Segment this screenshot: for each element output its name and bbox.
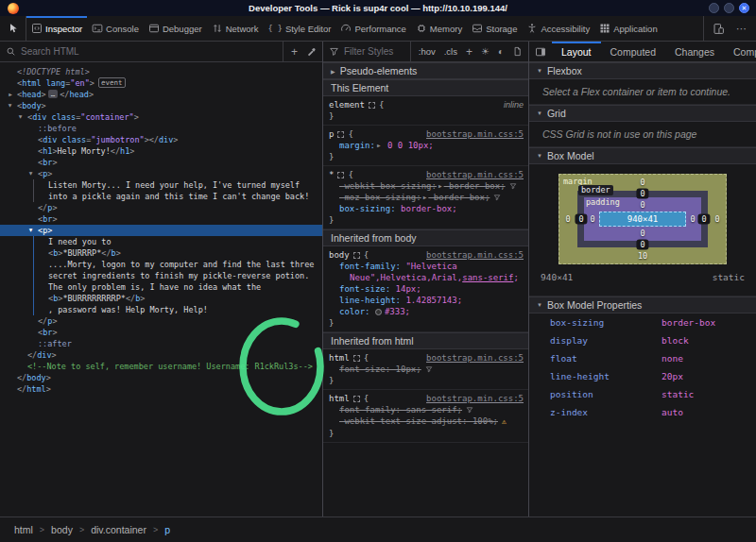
breadcrumb-item-body[interactable]: body	[51, 524, 73, 535]
collapsed-content-badge[interactable]: …	[48, 90, 59, 98]
rule-line[interactable]: }	[323, 317, 528, 329]
tab-memory[interactable]: Memory	[411, 16, 467, 41]
selector-highlighter-icon[interactable]	[369, 102, 375, 109]
tab-inspector[interactable]: Inspector	[26, 16, 87, 41]
expand-shorthand-icon[interactable]: ▶	[438, 180, 442, 192]
markup-line[interactable]: ▶<body>	[0, 100, 322, 111]
markup-line[interactable]: <br>	[0, 213, 322, 225]
markup-line[interactable]: ▶<div class="container">	[0, 111, 322, 123]
sidebar-tab-layout[interactable]: Layout	[552, 42, 601, 61]
rule-line[interactable]: font-family: "Helvetica	[323, 261, 528, 272]
event-badge[interactable]: event	[98, 77, 126, 88]
rule-line[interactable]: html{bootstrap.min.css:5	[323, 352, 528, 364]
rule-line[interactable]: html{bootstrap.min.css:5	[323, 393, 528, 404]
stylesheet-link[interactable]: bootstrap.min.css:5	[426, 169, 524, 180]
collapse-arrow-icon[interactable]: ▶	[26, 227, 37, 234]
tab-storage[interactable]: Storage	[467, 16, 522, 41]
sidebar-toggle-icon[interactable]	[529, 42, 552, 61]
stylesheet-link[interactable]: bootstrap.min.css:5	[426, 249, 524, 261]
border-top-value[interactable]: 0	[636, 189, 648, 199]
box-model-properties-header[interactable]: ▼ Box Model Properties	[529, 296, 756, 313]
property-value[interactable]: border-box	[662, 317, 715, 328]
tab-debugger[interactable]: Debugger	[144, 16, 207, 41]
markup-line[interactable]: <div class="jumbotron"></div>	[0, 134, 322, 145]
close-button[interactable]: ✕	[739, 3, 749, 13]
selector-highlighter-icon[interactable]	[337, 131, 344, 138]
color-swatch[interactable]	[375, 309, 382, 315]
selector-highlighter-icon[interactable]	[353, 396, 360, 402]
markup-line[interactable]: ▶<p>	[0, 168, 322, 179]
padding-bottom-value[interactable]: 0	[640, 229, 644, 238]
grid-section-header[interactable]: ▼ Grid	[529, 105, 756, 122]
markup-line[interactable]: <b>*BURRRRRRRRP*</b>	[0, 293, 322, 304]
rule-line[interactable]: Neue",Helvetica,Arial,sans-serif;	[323, 272, 528, 283]
markup-line[interactable]: </p>	[0, 315, 322, 327]
markup-line[interactable]: Listen Morty... I need your help, I've t…	[0, 179, 322, 191]
property-value[interactable]: 20px	[662, 371, 683, 381]
property-value[interactable]: block	[662, 335, 689, 346]
light-mode-icon[interactable]: ☀	[481, 46, 490, 57]
rules-section-header[interactable]: Inherited from body	[323, 229, 528, 246]
markup-line[interactable]: <h1>Help Morty!</h1>	[0, 145, 322, 157]
markup-line[interactable]: </div>	[0, 349, 322, 361]
rule-line[interactable]: margin:▶ 0 0 10px;	[323, 140, 528, 151]
margin-top-value[interactable]: 0	[640, 178, 644, 187]
breadcrumb-item-html[interactable]: html	[14, 524, 33, 535]
property-value[interactable]: auto	[662, 407, 683, 417]
sidebar-tab-changes[interactable]: Changes	[665, 42, 724, 61]
rule-line[interactable]: *{bootstrap.min.css:5	[323, 169, 528, 180]
rule-line[interactable]: box-sizing: border-box;	[323, 203, 528, 214]
pseudo-class-toggle[interactable]: :hov	[419, 46, 436, 57]
border-right-value[interactable]: 0	[697, 214, 710, 225]
padding-left-value[interactable]: 0	[590, 214, 594, 224]
overridden-filter-icon[interactable]	[490, 193, 501, 202]
markup-line[interactable]: ▶<head>…</head>	[0, 89, 322, 100]
rules-section-header[interactable]: This Element	[323, 79, 528, 96]
rule-line[interactable]: }	[323, 110, 528, 122]
tab-accessibility[interactable]: Accessibility	[522, 16, 594, 41]
expand-shorthand-icon[interactable]: ▶	[423, 192, 427, 203]
add-rule-icon[interactable]: +	[466, 45, 472, 59]
rule-line[interactable]: }	[323, 428, 528, 439]
responsive-design-mode-icon[interactable]	[713, 23, 725, 35]
sidebar-tab-computed[interactable]: Computed	[601, 42, 665, 61]
property-value[interactable]: static	[662, 389, 694, 399]
markup-line[interactable]: , password was! Help Morty, Help!	[0, 304, 322, 315]
class-toggle[interactable]: .cls	[444, 46, 457, 57]
overridden-filter-icon[interactable]	[506, 181, 517, 191]
rule-line[interactable]: color: #333;	[323, 306, 528, 317]
tab-performance[interactable]: Performance	[335, 16, 410, 41]
rule-line[interactable]: line-height: 1.42857143;	[323, 295, 528, 306]
padding-top-value[interactable]: 0	[640, 200, 644, 210]
expand-arrow-icon[interactable]: ▶	[7, 89, 14, 100]
collapse-arrow-icon[interactable]: ▶	[5, 102, 16, 110]
markup-line[interactable]: ....Morty, logon to my computer and find…	[0, 259, 322, 270]
overridden-filter-icon[interactable]	[421, 364, 433, 374]
rule-line[interactable]: font-family: sans-serif;	[323, 404, 528, 415]
breadcrumb-item-div-container[interactable]: div.container	[91, 524, 146, 535]
rule-line[interactable]: element{inline	[323, 99, 528, 110]
padding-right-value[interactable]: 0	[690, 214, 695, 224]
markup-line[interactable]: ::after	[0, 338, 322, 349]
box-model-section-header[interactable]: ▼ Box Model	[529, 147, 756, 164]
markup-line[interactable]: into a pickle again and this time I can'…	[0, 191, 322, 202]
tab-application[interactable]: Application	[594, 16, 662, 41]
rule-line[interactable]: -webkit-text-size-adjust: 100%;⚠	[323, 415, 528, 428]
markup-line[interactable]: <br>	[0, 327, 322, 338]
stylesheet-link[interactable]: bootstrap.min.css:5	[426, 352, 524, 364]
rule-line[interactable]: }	[323, 214, 528, 226]
eyedropper-icon[interactable]	[306, 46, 317, 57]
markup-line[interactable]: ::before	[0, 123, 322, 134]
expand-shorthand-icon[interactable]: ▶	[377, 140, 381, 151]
selector-highlighter-icon[interactable]	[353, 355, 360, 362]
rule-line[interactable]: font-size: 10px;	[323, 364, 528, 375]
breadcrumb-item-p[interactable]: p	[164, 524, 170, 535]
search-html-input[interactable]: Search HTML	[21, 46, 278, 57]
border-left-value[interactable]: 0	[575, 214, 587, 225]
markup-line[interactable]: secret ingredients to finish my pickle-r…	[0, 270, 322, 281]
minimize-button[interactable]	[709, 3, 719, 13]
margin-right-value[interactable]: 0	[714, 214, 719, 224]
markup-line[interactable]: <html lang="en">event	[0, 77, 322, 89]
selector-highlighter-icon[interactable]	[337, 172, 344, 178]
rules-section-header[interactable]: ▶Pseudo-elements	[323, 62, 528, 79]
